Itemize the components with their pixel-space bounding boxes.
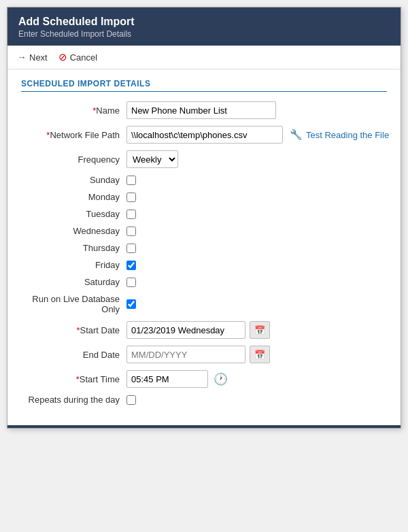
network-path-row: *Network File Path 🔧 Test Reading the Fi…: [21, 126, 387, 144]
thursday-label: Thursday: [21, 243, 126, 253]
cancel-label: Cancel: [70, 52, 97, 63]
page-subtitle: Enter Scheduled Import Details: [18, 29, 390, 39]
thursday-checkbox[interactable]: [126, 244, 136, 253]
run-live-label: Run on Live Database Only: [21, 294, 126, 314]
wednesday-checkbox[interactable]: [126, 227, 136, 236]
start-time-input[interactable]: [126, 370, 208, 388]
content-area: SCHEDULED IMPORT DETAILS *Name *Network …: [7, 69, 401, 425]
test-reading-button[interactable]: 🔧 Test Reading the File: [290, 129, 389, 141]
start-date-calendar-button[interactable]: 📅: [250, 321, 270, 339]
tuesday-row: Tuesday: [21, 209, 387, 219]
repeats-row: Repeats during the day: [21, 395, 387, 405]
section-title: SCHEDULED IMPORT DETAILS: [21, 79, 387, 92]
start-time-row: *Start Time 🕐: [21, 370, 387, 388]
frequency-row: Frequency Daily Weekly Monthly: [21, 150, 387, 168]
name-field-container: [126, 101, 387, 119]
saturday-label: Saturday: [21, 277, 126, 287]
network-path-field-container: 🔧 Test Reading the File: [126, 126, 389, 144]
name-label: *Name: [21, 105, 126, 116]
sunday-checkbox[interactable]: [126, 176, 136, 185]
network-path-input[interactable]: [126, 126, 283, 144]
start-date-row: *Start Date 📅: [21, 321, 387, 339]
main-window: Add Scheduled Import Enter Scheduled Imp…: [7, 7, 401, 429]
monday-checkbox[interactable]: [126, 193, 136, 202]
run-live-checkbox[interactable]: [126, 299, 136, 309]
end-date-label: End Date: [21, 350, 126, 360]
wednesday-label: Wednesday: [21, 226, 126, 236]
bottom-bar: [7, 425, 401, 428]
calendar-icon: 📅: [254, 325, 265, 335]
saturday-checkbox[interactable]: [126, 278, 136, 287]
test-reading-label: Test Reading the File: [306, 130, 389, 140]
name-row: *Name: [21, 101, 387, 119]
frequency-select-container: Daily Weekly Monthly: [126, 150, 387, 168]
arrow-right-icon: →: [17, 52, 27, 63]
start-time-label: *Start Time: [21, 374, 126, 384]
run-live-row: Run on Live Database Only: [21, 294, 387, 314]
cancel-button[interactable]: ⊘ Cancel: [58, 51, 97, 63]
start-date-label: *Start Date: [21, 325, 126, 335]
tuesday-label: Tuesday: [21, 209, 126, 219]
tuesday-checkbox[interactable]: [126, 210, 136, 219]
saturday-row: Saturday: [21, 277, 387, 287]
page-title: Add Scheduled Import: [18, 16, 390, 28]
end-date-calendar-button[interactable]: 📅: [250, 346, 270, 363]
end-date-field-container: 📅: [126, 346, 387, 363]
sunday-label: Sunday: [21, 175, 126, 185]
start-date-input[interactable]: [126, 321, 245, 339]
monday-row: Monday: [21, 192, 387, 202]
name-input[interactable]: [126, 101, 276, 119]
repeats-checkbox[interactable]: [126, 395, 136, 405]
network-path-label: *Network File Path: [21, 130, 126, 140]
thursday-row: Thursday: [21, 243, 387, 253]
next-label: Next: [29, 52, 48, 63]
wrench-icon: 🔧: [290, 129, 303, 141]
clock-icon[interactable]: 🕐: [214, 372, 228, 386]
calendar-icon-end: 📅: [254, 350, 265, 360]
repeats-label: Repeats during the day: [21, 395, 126, 405]
monday-label: Monday: [21, 192, 126, 202]
end-date-row: End Date 📅: [21, 346, 387, 363]
frequency-label: Frequency: [21, 154, 126, 165]
sunday-row: Sunday: [21, 175, 387, 185]
cancel-icon: ⊘: [58, 51, 67, 63]
header: Add Scheduled Import Enter Scheduled Imp…: [7, 7, 401, 46]
start-date-field-container: 📅: [126, 321, 387, 339]
friday-label: Friday: [21, 260, 126, 270]
wednesday-row: Wednesday: [21, 226, 387, 236]
start-time-field-container: 🕐: [126, 370, 387, 388]
end-date-input[interactable]: [126, 346, 245, 363]
friday-checkbox[interactable]: [126, 261, 136, 270]
friday-row: Friday: [21, 260, 387, 270]
next-button[interactable]: → Next: [17, 52, 48, 63]
frequency-select[interactable]: Daily Weekly Monthly: [126, 150, 178, 168]
toolbar: → Next ⊘ Cancel: [7, 46, 401, 69]
